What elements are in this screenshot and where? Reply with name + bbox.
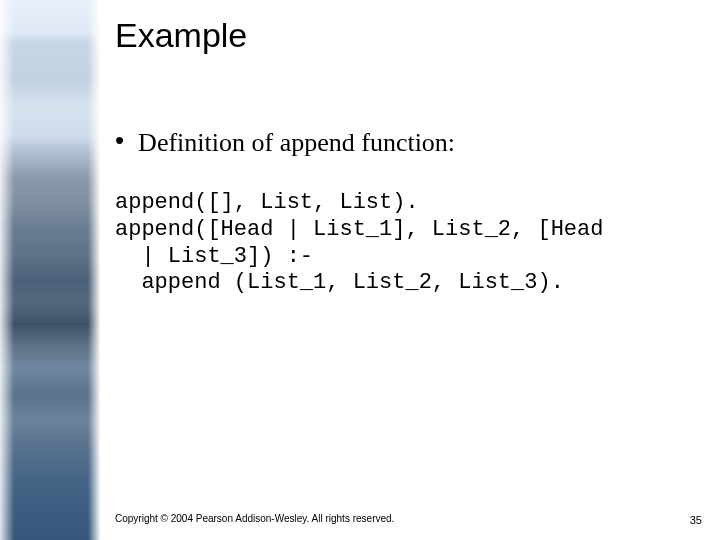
page-number: 35 bbox=[690, 514, 702, 526]
bullet-text: Definition of append function: bbox=[138, 128, 455, 158]
slide: Example • Definition of append function:… bbox=[0, 0, 720, 540]
bullet-item: • Definition of append function: bbox=[115, 128, 455, 158]
footer: Copyright © 2004 Pearson Addison-Wesley.… bbox=[115, 513, 675, 524]
slide-content: Example • Definition of append function:… bbox=[115, 0, 705, 540]
bullet-dot-icon: • bbox=[115, 127, 124, 153]
copyright-text: Copyright © 2004 Pearson Addison-Wesley.… bbox=[115, 513, 394, 524]
sidebar-image bbox=[0, 0, 100, 540]
slide-title: Example bbox=[115, 16, 247, 55]
code-block: append([], List, List). append([Head | L… bbox=[115, 190, 675, 297]
